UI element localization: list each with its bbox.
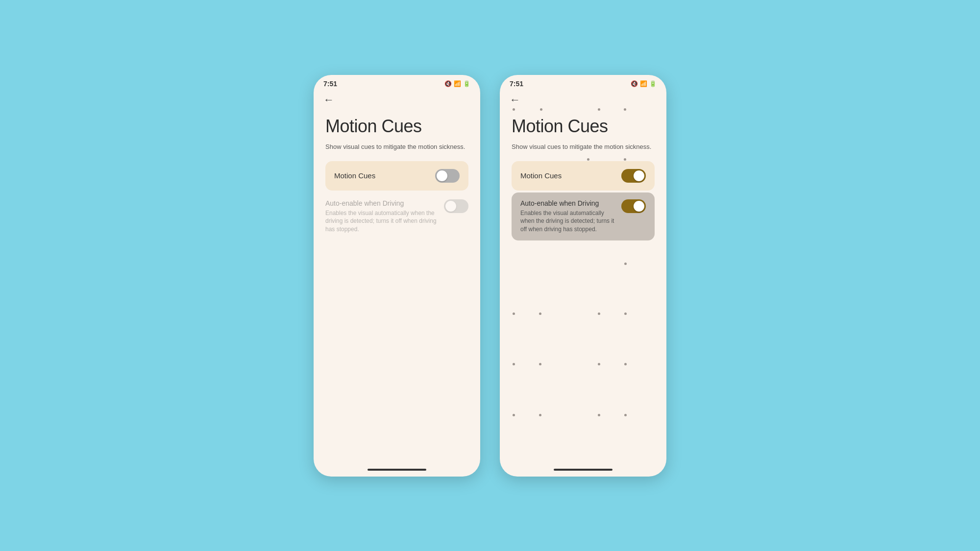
- motion-cues-toggle-right[interactable]: [621, 169, 646, 183]
- toggle-knob-left: [437, 170, 447, 181]
- auto-enable-toggle-right[interactable]: [621, 199, 646, 213]
- back-button-left[interactable]: ←: [323, 94, 334, 106]
- auto-enable-desc-right: Enables the visual automatically when th…: [520, 209, 615, 234]
- home-indicator-right: [500, 463, 666, 477]
- home-bar-right: [554, 469, 612, 471]
- home-bar-left: [368, 469, 426, 471]
- battery-icon-right: 🔋: [649, 80, 657, 87]
- auto-toggle-track-left[interactable]: [444, 199, 468, 213]
- page-subtitle-left: Show visual cues to mitigate the motion …: [325, 143, 468, 151]
- battery-icon-left: 🔋: [463, 80, 470, 87]
- wifi-icon-right: 📶: [640, 80, 647, 87]
- page-content-right: Motion Cues Show visual cues to mitigate…: [500, 108, 666, 463]
- nav-bar-left: ←: [314, 91, 480, 108]
- mute-icon-left: 🔇: [444, 80, 452, 87]
- auto-enable-text-right: Auto-enable when Driving Enables the vis…: [520, 199, 621, 234]
- page-title-left: Motion Cues: [325, 116, 468, 137]
- motion-cues-label-left: Motion Cues: [334, 171, 375, 180]
- toggle-track-left[interactable]: [435, 169, 460, 183]
- phone-left: 7:51 🔇 📶 🔋 ← Motion Cues Show visual cue…: [314, 75, 480, 477]
- page-subtitle-right: Show visual cues to mitigate the motion …: [512, 143, 655, 151]
- auto-enable-section-left: Auto-enable when Driving Enables the vis…: [325, 192, 468, 234]
- status-icons-left: 🔇 📶 🔋: [444, 80, 470, 87]
- phone-right: 7:51 🔇 📶 🔋 ← Motion Cues Show visual cue…: [500, 75, 666, 477]
- page-title-right: Motion Cues: [512, 116, 655, 137]
- auto-enable-title-right: Auto-enable when Driving: [520, 199, 615, 207]
- motion-cues-toggle-left[interactable]: [435, 169, 460, 183]
- status-icons-right: 🔇 📶 🔋: [631, 80, 657, 87]
- mute-icon-right: 🔇: [631, 80, 638, 87]
- auto-enable-row-left: Auto-enable when Driving Enables the vis…: [325, 199, 468, 234]
- auto-toggle-knob-right: [634, 201, 644, 212]
- auto-enable-row-right: Auto-enable when Driving Enables the vis…: [520, 199, 646, 234]
- motion-cues-label-right: Motion Cues: [520, 171, 562, 180]
- status-bar-left: 7:51 🔇 📶 🔋: [314, 75, 480, 91]
- toggle-track-right[interactable]: [621, 169, 646, 183]
- auto-toggle-track-right[interactable]: [621, 199, 646, 213]
- back-button-right[interactable]: ←: [510, 94, 520, 106]
- auto-enable-title-left: Auto-enable when Driving: [325, 199, 438, 207]
- auto-toggle-knob-left: [445, 201, 456, 212]
- motion-cues-card-left[interactable]: Motion Cues: [325, 161, 468, 191]
- status-bar-right: 7:51 🔇 📶 🔋: [500, 75, 666, 91]
- page-content-left: Motion Cues Show visual cues to mitigate…: [314, 108, 480, 463]
- auto-enable-text-left: Auto-enable when Driving Enables the vis…: [325, 199, 444, 234]
- status-time-right: 7:51: [510, 80, 523, 88]
- home-indicator-left: [314, 463, 480, 477]
- motion-cues-card-right[interactable]: Motion Cues: [512, 161, 655, 191]
- wifi-icon-left: 📶: [454, 80, 461, 87]
- auto-enable-toggle-left[interactable]: [444, 199, 468, 213]
- status-time-left: 7:51: [323, 80, 337, 88]
- auto-enable-desc-left: Enables the visual automatically when th…: [325, 209, 438, 234]
- toggle-knob-right: [634, 170, 644, 181]
- auto-enable-section-right: Auto-enable when Driving Enables the vis…: [512, 192, 655, 240]
- nav-bar-right: ←: [500, 91, 666, 108]
